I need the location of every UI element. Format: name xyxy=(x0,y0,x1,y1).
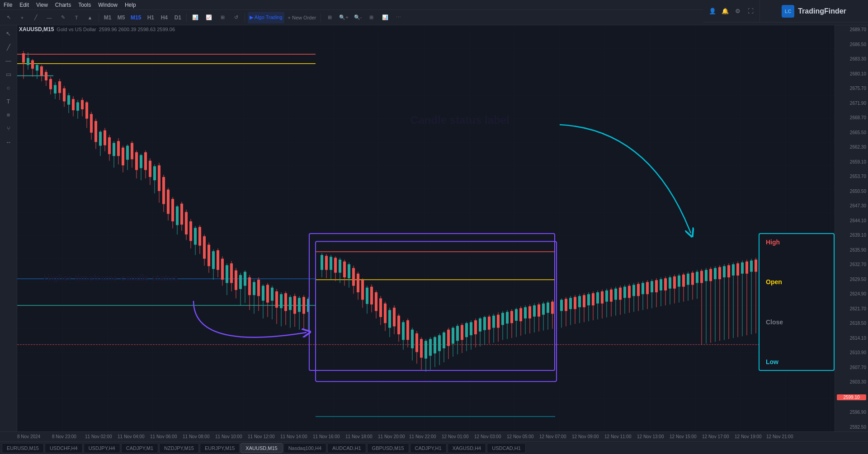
svg-rect-138 xyxy=(239,275,242,289)
lt-rect[interactable]: ▭ xyxy=(2,68,15,80)
menu-window[interactable]: Window xyxy=(98,2,118,8)
lt-text[interactable]: T xyxy=(2,95,15,108)
svg-rect-223 xyxy=(434,337,436,353)
templates-btn[interactable]: ⊞ xyxy=(217,12,228,23)
time-8nov23: 8 Nov 23:00 xyxy=(52,434,76,439)
pencil-tool[interactable]: ✎ xyxy=(57,12,69,23)
lt-pitchfork[interactable]: ⑂ xyxy=(2,122,15,135)
notification-icon[interactable]: 🔔 xyxy=(721,7,730,16)
timeframe-m1[interactable]: M1 xyxy=(102,12,113,23)
lt-ellipse[interactable]: ○ xyxy=(2,81,15,94)
svg-rect-191 xyxy=(361,280,364,300)
tab-cadjpy-h1[interactable]: CADJPY,H1 xyxy=(410,443,447,453)
tab-usdcad[interactable]: USDCAD,H1 xyxy=(487,443,526,453)
svg-rect-168 xyxy=(307,299,310,312)
price-2603: 2603.30 xyxy=(837,379,866,384)
tab-eurusd[interactable]: EURUSD,M15 xyxy=(2,443,44,453)
time-12nov01: 12 Nov 01:00 xyxy=(442,434,469,439)
svg-rect-273 xyxy=(547,303,549,313)
lt-cursor[interactable]: ↖ xyxy=(2,27,15,40)
tab-xauusd[interactable]: XAUUSD,M15 xyxy=(241,443,282,453)
svg-rect-72 xyxy=(90,114,93,132)
chart-container[interactable]: XAUUSD,M15 Gold vs US Dollar 2599.96 260… xyxy=(17,25,868,431)
svg-rect-283 xyxy=(574,297,576,309)
timeframe-m15[interactable]: M15 xyxy=(129,12,143,23)
svg-rect-187 xyxy=(352,268,355,286)
algo-trading-btn[interactable]: ▶ Algo Trading xyxy=(248,12,284,23)
timeframe-d1[interactable]: D1 xyxy=(172,12,184,23)
svg-rect-92 xyxy=(135,152,138,170)
lt-measure[interactable]: ↔ xyxy=(2,136,15,148)
shapes-tool[interactable]: ▲ xyxy=(84,12,96,23)
zoom-in-btn[interactable]: 🔍+ xyxy=(337,12,350,23)
lt-hline[interactable]: — xyxy=(2,54,15,67)
lt-line[interactable]: ╱ xyxy=(2,41,15,53)
timeframe-h4[interactable]: H4 xyxy=(158,12,170,23)
tab-xagusd[interactable]: XAGUSD,H4 xyxy=(448,443,486,453)
menu-tools[interactable]: Tools xyxy=(78,2,91,8)
svg-rect-277 xyxy=(560,300,563,311)
timeframe-h1[interactable]: H1 xyxy=(145,12,156,23)
menu-help[interactable]: Help xyxy=(125,2,136,8)
time-12nov11: 12 Nov 11:00 xyxy=(604,434,632,439)
svg-rect-229 xyxy=(447,330,450,346)
svg-rect-309 xyxy=(632,285,635,296)
svg-rect-249 xyxy=(492,316,495,328)
svg-rect-126 xyxy=(212,251,215,269)
menu-edit[interactable]: Edit xyxy=(19,2,29,8)
tab-usdjpy[interactable]: USDJPY,H4 xyxy=(84,443,120,453)
tab-audcad[interactable]: AUDCAD,H1 xyxy=(327,443,366,453)
menu-view[interactable]: View xyxy=(36,2,48,8)
new-order-btn[interactable]: + New Order xyxy=(286,12,318,23)
svg-rect-60 xyxy=(63,89,66,102)
time-12nov09: 12 Nov 09:00 xyxy=(572,434,599,439)
indicators-btn[interactable]: 📈 xyxy=(203,12,215,23)
svg-rect-102 xyxy=(158,165,160,191)
ohlc-btn[interactable]: ⊞ xyxy=(324,12,335,23)
tab-nzdjpy[interactable]: NZDJPY,M15 xyxy=(159,443,199,453)
svg-rect-44 xyxy=(27,58,29,65)
symbol-name: XAUUSD,M15 xyxy=(19,26,54,33)
tab-usdchf[interactable]: USDCHF,H4 xyxy=(45,443,83,453)
toolbar-separator-2 xyxy=(186,13,187,22)
svg-rect-335 xyxy=(691,273,694,285)
svg-rect-166 xyxy=(302,297,305,314)
text-tool[interactable]: T xyxy=(71,12,82,23)
zoom-out-btn[interactable]: 🔍- xyxy=(352,12,364,23)
price-2653: 2653.70 xyxy=(837,174,866,179)
svg-rect-327 xyxy=(673,276,676,289)
menu-charts[interactable]: Charts xyxy=(55,2,71,8)
chart-type-btn[interactable]: 📊 xyxy=(189,12,201,23)
svg-rect-363 xyxy=(755,260,757,272)
svg-rect-64 xyxy=(72,99,75,110)
svg-rect-150 xyxy=(266,285,269,303)
price-2662: 2662.30 xyxy=(837,145,866,150)
grid-btn[interactable]: ⊞ xyxy=(366,12,377,23)
menu-file[interactable]: File xyxy=(4,2,12,8)
fullscreen-icon[interactable]: ⛶ xyxy=(746,7,755,16)
lt-fib[interactable]: ≡ xyxy=(2,108,15,121)
top-right-icons: 👤 🔔 ⚙ ⛶ xyxy=(703,0,760,23)
hline-tool[interactable]: — xyxy=(43,12,55,23)
user-icon[interactable]: 👤 xyxy=(708,7,717,16)
line-tool[interactable]: ╱ xyxy=(30,12,42,23)
svg-rect-90 xyxy=(131,143,133,159)
svg-rect-106 xyxy=(167,190,170,214)
price-2650: 2650.50 xyxy=(837,189,866,194)
tab-nasdaq[interactable]: Nasdaq100,H4 xyxy=(283,443,326,453)
svg-rect-215 xyxy=(415,333,418,352)
undo-btn[interactable]: ↺ xyxy=(230,12,242,23)
settings-icon[interactable]: ⚙ xyxy=(733,7,742,16)
svg-rect-315 xyxy=(646,282,649,294)
crosshair-tool[interactable]: + xyxy=(16,12,28,23)
svg-rect-353 xyxy=(732,264,735,276)
cursor-tool[interactable]: ↖ xyxy=(3,12,14,23)
timeframe-m5[interactable]: M5 xyxy=(115,12,127,23)
more-btn[interactable]: ⋯ xyxy=(393,12,405,23)
volume-btn[interactable]: 📊 xyxy=(379,12,391,23)
tab-eurjpy[interactable]: EURJPY,M15 xyxy=(200,443,240,453)
time-11nov16: 11 Nov 16:00 xyxy=(313,434,340,439)
tab-gbpusd[interactable]: GBPUSD,M15 xyxy=(367,443,409,453)
tab-cadjpy[interactable]: CADJPY,M1 xyxy=(121,443,158,453)
ohlc-display: 2599.96 2600.39 2598.63 2599.06 xyxy=(99,27,175,32)
